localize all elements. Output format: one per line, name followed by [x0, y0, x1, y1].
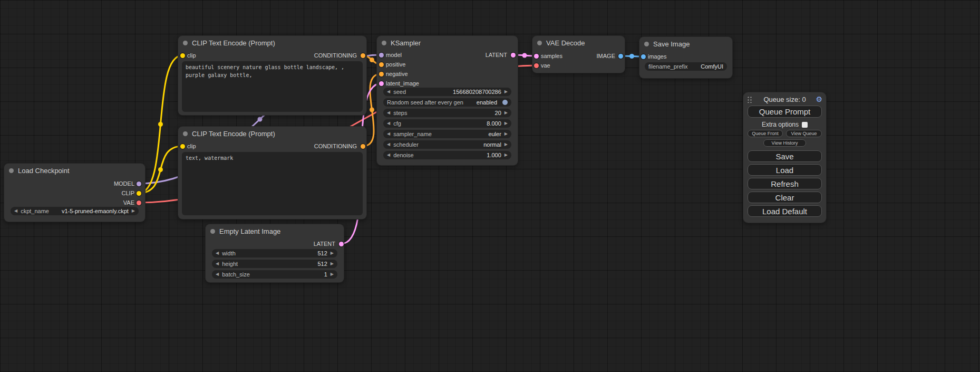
batch-size-widget[interactable]: ◀ batch_size 1 ▶: [212, 270, 337, 279]
decrement-arrow-icon[interactable]: ◀: [216, 260, 219, 268]
increment-arrow-icon[interactable]: ▶: [331, 270, 334, 279]
decrement-arrow-icon[interactable]: ◀: [387, 88, 390, 96]
input-label-samples: samples: [541, 52, 562, 60]
widget-label: filename_prefix: [648, 63, 688, 70]
filename-prefix-widget[interactable]: filename_prefix ComfyUI: [645, 62, 727, 71]
images-input-port[interactable]: [641, 54, 646, 59]
node-vae-decode[interactable]: VAE Decode samples vae IMAGE: [532, 36, 625, 73]
node-clip-text-encode-negative[interactable]: CLIP Text Encode (Prompt) clip CONDITION…: [178, 127, 366, 219]
clip-input-port[interactable]: [180, 53, 185, 58]
decrement-arrow-icon[interactable]: ◀: [387, 140, 390, 149]
save-image-title-bar[interactable]: Save Image: [639, 37, 732, 51]
collapse-dot[interactable]: [644, 42, 649, 46]
decrement-arrow-icon[interactable]: ◀: [14, 207, 17, 215]
input-label-clip: clip: [187, 52, 196, 59]
widget-label: sampler_name: [393, 131, 432, 137]
negative-input-port[interactable]: [379, 72, 384, 77]
refresh-button[interactable]: Refresh: [748, 178, 822, 189]
load-default-button[interactable]: Load Default: [748, 205, 822, 217]
collapse-dot[interactable]: [210, 229, 215, 234]
vae-output-port[interactable]: [137, 201, 141, 205]
cfg-widget[interactable]: ◀ cfg 8.000 ▶: [383, 119, 511, 128]
sampler-name-widget[interactable]: ◀ sampler_name euler ▶: [383, 130, 511, 138]
queue-size-label: Queue size: 0: [743, 96, 826, 103]
save-button[interactable]: Save: [748, 150, 822, 162]
decrement-arrow-icon[interactable]: ◀: [387, 130, 390, 138]
extra-options-checkbox[interactable]: [802, 122, 808, 128]
width-widget[interactable]: ◀ width 512 ▶: [212, 249, 337, 257]
collapse-dot[interactable]: [537, 41, 542, 45]
extra-options-label: Extra options: [762, 121, 799, 128]
collapse-dot[interactable]: [183, 131, 188, 136]
height-widget[interactable]: ◀ height 512 ▶: [212, 260, 337, 268]
latent-output-port[interactable]: [339, 242, 344, 246]
increment-arrow-icon[interactable]: ▶: [331, 249, 334, 257]
samples-input-port[interactable]: [534, 54, 539, 59]
widget-label: scheduler: [393, 141, 419, 148]
collapse-dot[interactable]: [183, 41, 188, 45]
model-output-port[interactable]: [137, 182, 141, 186]
clip-encode-positive-title-bar[interactable]: CLIP Text Encode (Prompt): [178, 36, 366, 50]
node-title: Load Checkpoint: [18, 167, 70, 175]
collapse-dot[interactable]: [9, 168, 14, 173]
link-midpoint-dot: [370, 58, 374, 62]
latent-output-port[interactable]: [511, 53, 516, 58]
increment-arrow-icon[interactable]: ▶: [504, 140, 508, 149]
widget-value: euler: [488, 131, 501, 137]
increment-arrow-icon[interactable]: ▶: [132, 207, 135, 215]
conditioning-output-port[interactable]: [361, 144, 365, 149]
widget-value: 8.000: [487, 120, 501, 127]
increment-arrow-icon[interactable]: ▶: [331, 260, 334, 268]
decrement-arrow-icon[interactable]: ◀: [216, 270, 219, 279]
image-output-port[interactable]: [618, 54, 623, 59]
clip-output-port[interactable]: [137, 191, 141, 196]
toggle-knob[interactable]: [502, 100, 508, 105]
settings-gear-icon[interactable]: ⚙: [816, 95, 822, 103]
clip-input-port[interactable]: [180, 144, 185, 149]
positive-input-port[interactable]: [379, 62, 384, 67]
view-history-button[interactable]: View History: [763, 139, 806, 147]
vae-input-port[interactable]: [534, 63, 539, 68]
increment-arrow-icon[interactable]: ▶: [504, 151, 508, 159]
extra-options-row: Extra options: [743, 121, 826, 128]
negative-prompt-textarea[interactable]: text, watermark: [182, 152, 363, 215]
node-load-checkpoint[interactable]: Load Checkpoint MODEL CLIP VAE ◀ ckpt_na…: [4, 164, 145, 222]
node-ksampler[interactable]: KSampler model positive negative latent_…: [377, 36, 518, 165]
clip-encode-negative-title-bar[interactable]: CLIP Text Encode (Prompt): [178, 127, 366, 140]
link-midpoint-dot: [158, 167, 163, 172]
node-clip-text-encode-positive[interactable]: CLIP Text Encode (Prompt) clip CONDITION…: [178, 36, 366, 115]
increment-arrow-icon[interactable]: ▶: [504, 119, 508, 128]
positive-prompt-textarea[interactable]: beautiful scenery nature glass bottle la…: [182, 61, 363, 112]
ckpt-name-widget[interactable]: ◀ ckpt_name v1-5-pruned-emaonly.ckpt ▶: [11, 207, 139, 215]
decrement-arrow-icon[interactable]: ◀: [387, 109, 390, 117]
conditioning-output-port[interactable]: [361, 53, 365, 58]
load-checkpoint-title-bar[interactable]: Load Checkpoint: [4, 164, 145, 177]
latent-image-input-port[interactable]: [379, 81, 384, 86]
scheduler-widget[interactable]: ◀ scheduler normal ▶: [383, 140, 511, 149]
collapse-dot[interactable]: [382, 41, 386, 45]
seed-widget[interactable]: ◀ seed 156680208700286 ▶: [383, 88, 511, 96]
widget-label: height: [222, 261, 238, 267]
decrement-arrow-icon[interactable]: ◀: [216, 249, 219, 257]
decrement-arrow-icon[interactable]: ◀: [387, 119, 390, 128]
node-save-image[interactable]: Save Image images filename_prefix ComfyU…: [639, 37, 732, 78]
view-queue-button[interactable]: View Queue: [786, 130, 822, 137]
increment-arrow-icon[interactable]: ▶: [504, 88, 508, 96]
steps-widget[interactable]: ◀ steps 20 ▶: [383, 109, 511, 117]
empty-latent-title-bar[interactable]: Empty Latent Image: [206, 224, 344, 238]
increment-arrow-icon[interactable]: ▶: [504, 130, 508, 138]
ksampler-title-bar[interactable]: KSampler: [377, 36, 518, 50]
load-button[interactable]: Load: [748, 164, 822, 176]
input-label-model: model: [386, 51, 402, 59]
queue-prompt-button[interactable]: Queue Prompt: [748, 106, 822, 118]
queue-front-button[interactable]: Queue Front: [748, 130, 783, 137]
denoise-widget[interactable]: ◀ denoise 1.000 ▶: [383, 151, 511, 159]
node-title: CLIP Text Encode (Prompt): [192, 39, 275, 47]
clear-button[interactable]: Clear: [748, 192, 822, 203]
decrement-arrow-icon[interactable]: ◀: [387, 151, 390, 159]
increment-arrow-icon[interactable]: ▶: [504, 109, 508, 117]
model-input-port[interactable]: [379, 53, 384, 58]
vae-decode-title-bar[interactable]: VAE Decode: [532, 36, 625, 50]
node-empty-latent-image[interactable]: Empty Latent Image LATENT ◀ width 512 ▶ …: [206, 224, 344, 282]
random-seed-toggle-widget[interactable]: Random seed after every gen enabled: [383, 98, 511, 107]
